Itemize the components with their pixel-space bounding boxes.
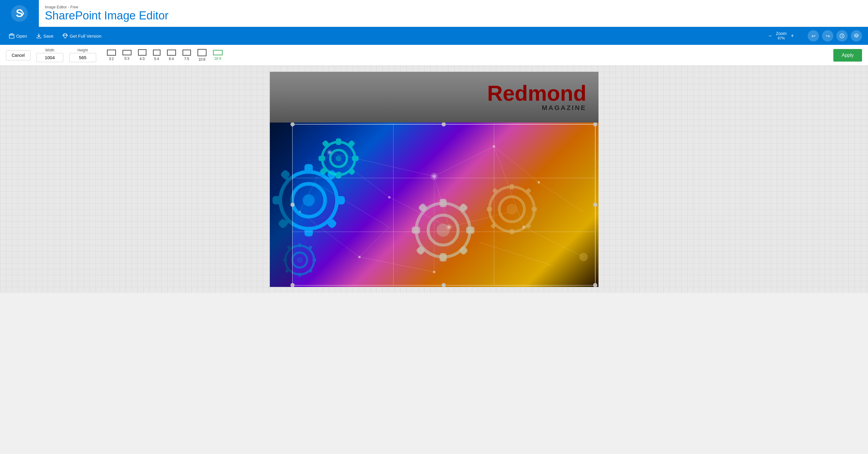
svg-rect-2	[9, 34, 14, 38]
open-icon	[9, 33, 14, 38]
svg-rect-65	[323, 141, 328, 146]
undo-button[interactable]: ↩	[808, 30, 819, 41]
redo-button[interactable]: ↪	[822, 30, 833, 41]
ratio-box-16:9	[213, 50, 223, 55]
svg-rect-51	[306, 229, 311, 235]
ratio-button-6:4[interactable]: 6:4	[165, 49, 178, 62]
app-title: SharePoint Image Editor	[45, 9, 168, 22]
svg-rect-61	[337, 140, 340, 144]
svg-rect-68	[349, 169, 354, 174]
save-label: Save	[43, 33, 54, 38]
ratio-button-7:5[interactable]: 7:5	[181, 49, 193, 62]
ratio-button-5:4[interactable]: 5:4	[151, 49, 162, 62]
app-title-block: Image Editor - Free SharePoint Image Edi…	[39, 5, 175, 22]
height-input[interactable]	[69, 53, 96, 62]
get-full-version-label: Get Full Version	[70, 33, 101, 38]
layers-button[interactable]	[851, 30, 862, 41]
save-button[interactable]: Save	[33, 31, 57, 40]
ratio-label-6:4: 6:4	[169, 57, 174, 61]
svg-rect-77	[460, 205, 466, 211]
app-title-plain: SharePoint	[45, 9, 101, 22]
ratio-box-5:3	[123, 50, 131, 55]
save-icon	[36, 33, 41, 38]
image-container: Redmond MAGAZINE	[270, 72, 598, 287]
ratio-label-3:2: 3:2	[109, 57, 114, 61]
svg-rect-57	[329, 220, 335, 226]
svg-marker-3	[63, 33, 67, 38]
width-label: Width	[45, 48, 54, 52]
svg-rect-96	[283, 259, 287, 262]
svg-rect-56	[280, 220, 286, 226]
cancel-button[interactable]: Cancel	[6, 50, 30, 60]
image-top-section: Redmond MAGAZINE	[270, 72, 598, 123]
app-title-colored: Image Editor	[104, 9, 168, 22]
svg-rect-76	[420, 205, 426, 211]
svg-rect-67	[321, 169, 326, 174]
ratio-box-10:8	[197, 49, 207, 56]
ratio-label-5:3: 5:3	[124, 57, 129, 61]
canvas-area: Redmond MAGAZINE	[0, 66, 868, 293]
svg-point-41	[303, 194, 315, 206]
svg-rect-84	[510, 229, 514, 234]
app-header: S Image Editor - Free SharePoint Image E…	[0, 0, 868, 27]
svg-rect-72	[441, 200, 445, 206]
width-input[interactable]	[36, 53, 63, 62]
svg-rect-75	[468, 228, 473, 232]
ratio-label-4:3: 4:3	[140, 57, 145, 61]
ratio-label-10:8: 10:8	[198, 57, 205, 62]
app-logo: S	[0, 0, 39, 27]
ratio-box-3:2	[107, 50, 116, 56]
sharepoint-icon: S	[10, 4, 28, 23]
svg-rect-86	[532, 207, 537, 211]
ratio-label-5:4: 5:4	[154, 57, 159, 61]
open-button[interactable]: Open	[6, 31, 30, 40]
open-label: Open	[16, 33, 27, 38]
svg-rect-85	[487, 207, 492, 211]
ratio-box-6:4	[167, 50, 176, 56]
svg-point-82	[506, 204, 517, 215]
svg-rect-62	[337, 173, 340, 177]
height-group: Height	[69, 48, 96, 62]
svg-rect-54	[282, 172, 288, 178]
svg-rect-66	[349, 141, 354, 146]
svg-point-71	[437, 223, 450, 237]
svg-rect-95	[298, 273, 301, 276]
zoom-control: − Zoom 97% +	[767, 31, 796, 40]
svg-rect-63	[320, 157, 324, 160]
apply-button[interactable]: Apply	[833, 49, 862, 62]
zoom-value: 97%	[776, 36, 787, 40]
svg-rect-94	[298, 244, 301, 247]
svg-rect-78	[418, 247, 424, 253]
ratio-button-10:8[interactable]: 10:8	[196, 48, 208, 63]
zoom-out-button[interactable]: −	[767, 32, 774, 40]
svg-text:S: S	[16, 7, 23, 20]
history-button[interactable]	[836, 30, 848, 41]
layers-icon	[854, 33, 859, 38]
svg-rect-53	[337, 198, 343, 203]
ratio-button-4:3[interactable]: 4:3	[136, 48, 148, 62]
svg-point-93	[297, 257, 303, 263]
ratio-button-16:9[interactable]: 16:9	[211, 49, 224, 62]
history-icon	[839, 33, 845, 38]
height-label: Height	[78, 48, 88, 52]
ratio-box-7:5	[183, 50, 191, 56]
svg-rect-50	[306, 166, 311, 172]
get-full-version-button[interactable]: Get Full Version	[59, 31, 104, 40]
ratio-group: 3:25:34:35:46:47:510:816:9	[105, 48, 224, 63]
ratio-box-4:3	[138, 49, 147, 56]
ratio-button-5:3[interactable]: 5:3	[121, 49, 133, 62]
zoom-text: Zoom	[776, 31, 787, 36]
svg-rect-64	[353, 157, 358, 160]
ratio-button-3:2[interactable]: 3:2	[105, 49, 118, 62]
svg-rect-97	[313, 259, 316, 262]
redmond-title: Redmond	[487, 83, 587, 104]
toolbar: Open Save Get Full Version − Zoom 97% + …	[0, 27, 868, 45]
svg-rect-73	[441, 255, 445, 260]
svg-point-60	[336, 155, 342, 161]
image-main	[270, 123, 598, 287]
ratio-label-7:5: 7:5	[184, 57, 189, 61]
diamond-icon	[62, 33, 68, 38]
zoom-in-button[interactable]: +	[789, 32, 796, 40]
gears-overlay	[270, 123, 598, 287]
crop-bar: Cancel Width Height 3:25:34:35:46:47:510…	[0, 45, 868, 66]
